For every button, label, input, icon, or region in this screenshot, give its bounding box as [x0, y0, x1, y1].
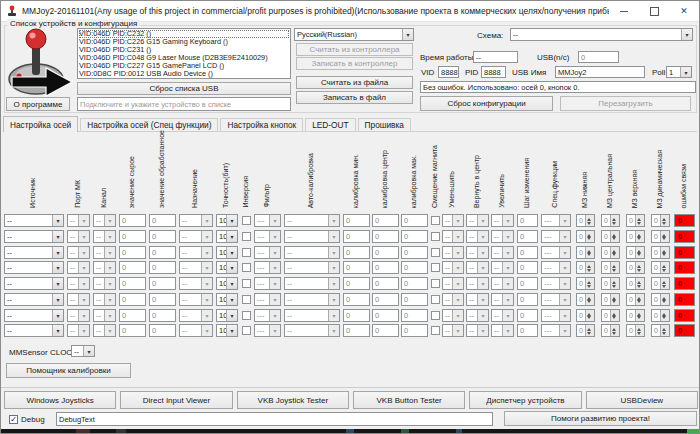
increase-value: -- — [492, 310, 502, 321]
precision-dropdown[interactable]: 10▾ — [216, 309, 238, 322]
increase-value: -- — [492, 294, 502, 305]
precision-dropdown[interactable]: 10▾ — [216, 277, 238, 290]
port-value: -- — [68, 310, 78, 321]
write-to-file-button[interactable]: Записать в файл — [296, 91, 413, 104]
minimize-button[interactable] — [609, 1, 639, 21]
device-list-item[interactable]: VID:046D PID:C226 G15 Gaming Keyboard () — [79, 38, 289, 46]
increase-dropdown: --▾ — [491, 324, 514, 337]
invert-checkbox[interactable] — [242, 232, 251, 241]
mz_high-spinner: 0 — [626, 309, 645, 322]
reset-usb-list-button[interactable]: Сброс списка USB — [77, 82, 291, 95]
calibration-helper-button[interactable]: Помощник калибровки — [6, 363, 131, 378]
device-list[interactable]: VID:046D PID:C232 ()VID:046D PID:C226 G1… — [77, 28, 291, 79]
source-dropdown[interactable]: --▾ — [4, 246, 64, 259]
magnet-checkbox[interactable] — [431, 279, 440, 288]
reset-config-button[interactable]: Сброс конфигурации — [420, 96, 553, 111]
axis-row: --▾--▾--▾00--▾10▾---▾--▾000--▾--▾--▾0---… — [1, 277, 700, 290]
toolbar-button[interactable]: Диспетчер устройств — [469, 391, 581, 409]
chevron-down-icon: ▾ — [201, 247, 212, 258]
close-button[interactable]: ✕ — [669, 1, 699, 21]
device-list-item[interactable]: VID:046D PID:C231 () — [79, 46, 289, 54]
toolbar-button[interactable]: Direct Input Viewer — [120, 391, 232, 409]
invert-checkbox[interactable] — [242, 311, 251, 320]
poll-dropdown[interactable]: 1 ▾ — [666, 66, 692, 78]
debug-text-field[interactable]: DebugText — [56, 412, 493, 426]
magnet-checkbox[interactable] — [431, 311, 440, 320]
chevron-down-icon: ▾ — [52, 231, 63, 242]
tab-4[interactable]: Прошивка — [358, 118, 411, 131]
scheme-dropdown[interactable]: -- ▾ — [510, 28, 693, 41]
invert-checkbox[interactable] — [242, 326, 251, 335]
toolbar-button[interactable]: USBDeview — [586, 391, 698, 409]
magnet-checkbox[interactable] — [431, 263, 440, 272]
toolbar-button[interactable]: VKB Joystick Tester — [237, 391, 349, 409]
source-dropdown[interactable]: --▾ — [4, 214, 64, 227]
mmsensor-clock-dropdown[interactable]: -- ▾ — [71, 345, 95, 357]
mz_dyn-spinner: 0 — [651, 324, 670, 337]
source-dropdown[interactable]: --▾ — [4, 309, 64, 322]
scheme-value: -- — [511, 29, 681, 40]
vid-field[interactable]: 8888 — [438, 66, 459, 78]
magnet-checkbox[interactable] — [431, 295, 440, 304]
precision-dropdown[interactable]: 10▾ — [216, 261, 238, 274]
device-list-item[interactable]: VID:046D PID:C048 G9 Laser Mouse (D2B3E9… — [79, 54, 289, 62]
mz_dyn-spinner: 0 — [651, 246, 670, 259]
read-from-file-button[interactable]: Считать из файла — [296, 76, 413, 89]
magnet-checkbox[interactable] — [431, 216, 440, 225]
magnet-checkbox[interactable] — [431, 232, 440, 241]
toolbar-button[interactable]: VKB Button Tester — [353, 391, 465, 409]
about-button[interactable]: О программе — [6, 97, 70, 111]
invert-checkbox[interactable] — [242, 216, 251, 225]
invert-checkbox[interactable] — [242, 263, 251, 272]
device-list-item[interactable]: VID:046D PID:C232 () — [79, 30, 289, 38]
device-hint-field[interactable]: Подключите и укажите устройство в списке — [77, 97, 291, 111]
port-value: -- — [68, 325, 78, 336]
precision-dropdown[interactable]: 10▾ — [216, 214, 238, 227]
channel-dropdown: --▾ — [93, 230, 116, 243]
precision-value: 10 — [217, 262, 226, 273]
invert-checkbox[interactable] — [242, 248, 251, 257]
step-field: 0 — [517, 277, 538, 290]
step-field: 0 — [517, 309, 538, 322]
tab-2[interactable]: Настройка кнопок — [220, 118, 303, 131]
source-dropdown[interactable]: --▾ — [4, 261, 64, 274]
center-dropdown: --▾ — [466, 309, 489, 322]
maximize-button[interactable] — [639, 1, 669, 21]
increase-value: -- — [492, 325, 502, 336]
precision-dropdown[interactable]: 10▾ — [216, 246, 238, 259]
chevron-down-icon: ▾ — [477, 231, 488, 242]
column-header-source: Источник — [29, 178, 36, 208]
invert-checkbox[interactable] — [242, 295, 251, 304]
precision-value: 10 — [217, 247, 226, 258]
magnet-checkbox[interactable] — [431, 248, 440, 257]
source-dropdown[interactable]: --▾ — [4, 277, 64, 290]
usb-name-field[interactable]: MMJoy2 — [555, 66, 645, 78]
toolbar-button[interactable]: Windows Joysticks — [4, 391, 116, 409]
donate-button[interactable]: Помоги развитию проекта! — [504, 411, 697, 426]
source-dropdown[interactable]: --▾ — [4, 293, 64, 306]
tab-0[interactable]: Настройка осей — [3, 116, 78, 132]
chevron-down-icon: ▾ — [226, 278, 237, 289]
device-list-item[interactable]: VID:0D8C PID:0012 USB Audio Device () — [79, 70, 289, 78]
mz_low-value: 0 — [577, 310, 585, 321]
tab-1[interactable]: Настройка осей (Спец функции) — [80, 118, 218, 131]
chevron-down-icon: ▾ — [477, 262, 488, 273]
device-list-item[interactable]: VID:046D PID:C227 G15 GamePanel LCD () — [79, 62, 289, 70]
debug-checkbox[interactable]: ✓ — [9, 415, 18, 424]
specfunc-value: --- — [542, 310, 559, 321]
chevron-down-icon: ▾ — [328, 231, 339, 242]
language-dropdown[interactable]: Русский(Russian) ▾ — [294, 28, 414, 41]
center-value: -- — [467, 247, 477, 258]
source-dropdown[interactable]: --▾ — [4, 230, 64, 243]
pid-field[interactable]: 8888 — [481, 66, 506, 78]
precision-dropdown[interactable]: 10▾ — [216, 230, 238, 243]
chevron-down-icon: ▾ — [559, 325, 570, 336]
source-dropdown[interactable]: --▾ — [4, 324, 64, 337]
magnet-checkbox[interactable] — [431, 326, 440, 335]
port-value: -- — [68, 278, 78, 289]
precision-dropdown[interactable]: 10▾ — [216, 324, 238, 337]
invert-checkbox[interactable] — [242, 279, 251, 288]
tab-3[interactable]: LED-OUT — [305, 118, 355, 131]
autocalib-dropdown: --▾ — [284, 214, 340, 227]
precision-dropdown[interactable]: 10▾ — [216, 293, 238, 306]
